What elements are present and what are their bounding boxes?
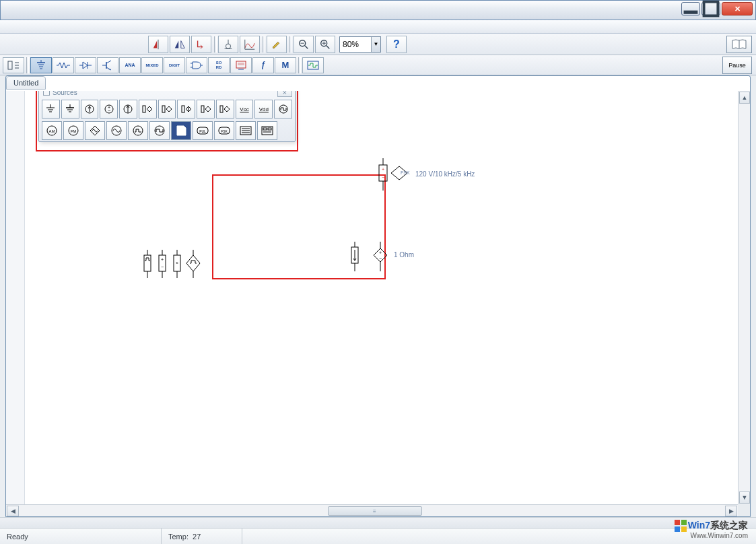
main-toolbar: ▼ ? bbox=[0, 34, 756, 55]
svg-rect-80 bbox=[268, 128, 271, 130]
diode-button[interactable] bbox=[75, 57, 96, 73]
maximize-button[interactable] bbox=[701, 2, 720, 15]
svg-point-65 bbox=[112, 126, 121, 135]
svg-text:FSK: FSK bbox=[221, 129, 228, 133]
dep-source2-button[interactable] bbox=[158, 100, 176, 118]
vdd-button[interactable]: Vdd bbox=[254, 100, 273, 118]
zoom-input[interactable] bbox=[340, 37, 371, 52]
lower-bar bbox=[0, 517, 756, 528]
svg-text:−: − bbox=[161, 265, 164, 269]
left-gutter bbox=[6, 91, 25, 504]
scroll-down-icon[interactable]: ▼ bbox=[739, 491, 750, 504]
scroll-right-icon[interactable]: ▶ bbox=[725, 506, 737, 516]
minimize-button[interactable] bbox=[681, 2, 700, 15]
matrix-button[interactable]: M bbox=[275, 57, 296, 73]
flip-v-icon[interactable] bbox=[170, 36, 190, 53]
help-button[interactable]: ? bbox=[386, 36, 407, 53]
graph-icon[interactable] bbox=[240, 36, 260, 53]
clock-button[interactable] bbox=[274, 100, 292, 118]
ground2-button[interactable] bbox=[61, 100, 79, 118]
flip-h-icon[interactable] bbox=[148, 36, 168, 53]
svg-rect-38 bbox=[308, 61, 318, 69]
rotate-icon[interactable] bbox=[191, 36, 211, 53]
sources-palette[interactable]: Sources ⨯ +− Vcc Vdd AM FM bbox=[38, 91, 296, 142]
zoom-combo[interactable]: ▼ bbox=[339, 36, 381, 53]
scroll-left-icon[interactable]: ◀ bbox=[7, 506, 19, 516]
svg-point-61 bbox=[47, 126, 57, 135]
sord-button[interactable]: SO RD bbox=[208, 57, 230, 73]
instrument-button[interactable] bbox=[230, 57, 252, 73]
pin-icon[interactable] bbox=[43, 91, 50, 96]
svg-rect-69 bbox=[178, 131, 184, 135]
scroll-up-icon[interactable]: ▲ bbox=[739, 92, 750, 104]
scope-button[interactable] bbox=[302, 57, 324, 73]
palette-titlebar[interactable]: Sources ⨯ bbox=[39, 91, 295, 98]
canvas[interactable]: Sources ⨯ +− Vcc Vdd AM FM bbox=[6, 91, 750, 504]
horizontal-scrollbar[interactable]: ◀ ≡ ▶ bbox=[6, 504, 738, 516]
pul-button[interactable]: PUL bbox=[193, 121, 213, 140]
am-button[interactable]: AM bbox=[42, 121, 62, 140]
view-button[interactable] bbox=[3, 57, 24, 73]
resistor-button[interactable] bbox=[53, 57, 74, 73]
function-button[interactable]: f bbox=[252, 57, 274, 73]
vertical-scrollbar[interactable]: ▲ ▼ bbox=[738, 91, 750, 504]
svg-text:+: + bbox=[382, 167, 384, 172]
svg-point-8 bbox=[300, 40, 306, 46]
current-source-button[interactable] bbox=[81, 100, 99, 118]
svg-point-52 bbox=[124, 105, 132, 113]
ground-button[interactable] bbox=[42, 100, 60, 118]
pause-button[interactable]: Pause bbox=[722, 57, 752, 74]
ctrl1-button[interactable] bbox=[236, 121, 256, 140]
ac-current-button[interactable] bbox=[119, 100, 137, 118]
digital-ic-button[interactable]: DIGIT bbox=[164, 57, 185, 73]
fsk-source-component[interactable]: + − bbox=[375, 158, 409, 193]
reference-button[interactable] bbox=[726, 36, 752, 53]
sine-button[interactable] bbox=[106, 121, 127, 140]
svg-line-9 bbox=[305, 45, 308, 48]
mixed-ic-button[interactable]: MIXED bbox=[141, 57, 163, 73]
svg-rect-16 bbox=[8, 61, 12, 69]
svg-rect-1 bbox=[704, 2, 718, 16]
fm-button[interactable]: FM bbox=[63, 121, 83, 140]
resistor-component[interactable]: + − bbox=[348, 242, 395, 274]
dep-source5-button[interactable] bbox=[216, 100, 234, 118]
transistor-button[interactable] bbox=[97, 57, 118, 73]
gate-button[interactable] bbox=[186, 57, 207, 73]
probe-icon[interactable] bbox=[218, 36, 238, 53]
zoom-dropdown-icon[interactable]: ▼ bbox=[371, 37, 380, 52]
dep-source1-button[interactable] bbox=[139, 100, 157, 118]
document-tab[interactable]: Untitled bbox=[6, 76, 46, 90]
close-button[interactable] bbox=[722, 2, 753, 15]
pulse-button[interactable] bbox=[128, 121, 148, 140]
zoom-out-icon[interactable] bbox=[294, 36, 314, 53]
sources-button[interactable] bbox=[30, 57, 52, 73]
save-button[interactable] bbox=[171, 121, 191, 140]
menubar bbox=[0, 20, 756, 34]
fsk-button[interactable]: FSK bbox=[214, 121, 234, 140]
component-cluster[interactable]: +− c bbox=[141, 248, 208, 285]
svg-line-30 bbox=[106, 61, 111, 63]
svg-point-49 bbox=[105, 105, 113, 113]
analog-ic-button[interactable]: ANA bbox=[119, 57, 141, 73]
svg-rect-78 bbox=[262, 127, 273, 135]
sine-dep-button[interactable] bbox=[85, 121, 105, 140]
palette-close-button[interactable]: ⨯ bbox=[277, 91, 292, 97]
svg-text:c: c bbox=[176, 261, 178, 265]
edit-icon[interactable] bbox=[267, 36, 287, 53]
zoom-in-icon[interactable] bbox=[315, 36, 335, 53]
svg-rect-55 bbox=[162, 106, 165, 112]
scroll-thumb[interactable]: ≡ bbox=[328, 506, 422, 516]
voltage-source-button[interactable]: +− bbox=[100, 100, 118, 118]
svg-text:+: + bbox=[379, 250, 382, 255]
svg-text:AM: AM bbox=[49, 129, 55, 133]
dep-source4-button[interactable] bbox=[197, 100, 215, 118]
ctrl2-button[interactable] bbox=[257, 121, 277, 140]
status-ready: Ready bbox=[0, 529, 162, 544]
vcc-button[interactable]: Vcc bbox=[236, 100, 254, 118]
status-temp: Temp: 27 bbox=[162, 529, 242, 544]
square-button[interactable] bbox=[149, 121, 170, 140]
svg-text:+: + bbox=[161, 257, 164, 262]
svg-rect-56 bbox=[182, 106, 184, 112]
svg-text:−: − bbox=[108, 108, 110, 113]
dep-source3-button[interactable] bbox=[177, 100, 195, 118]
